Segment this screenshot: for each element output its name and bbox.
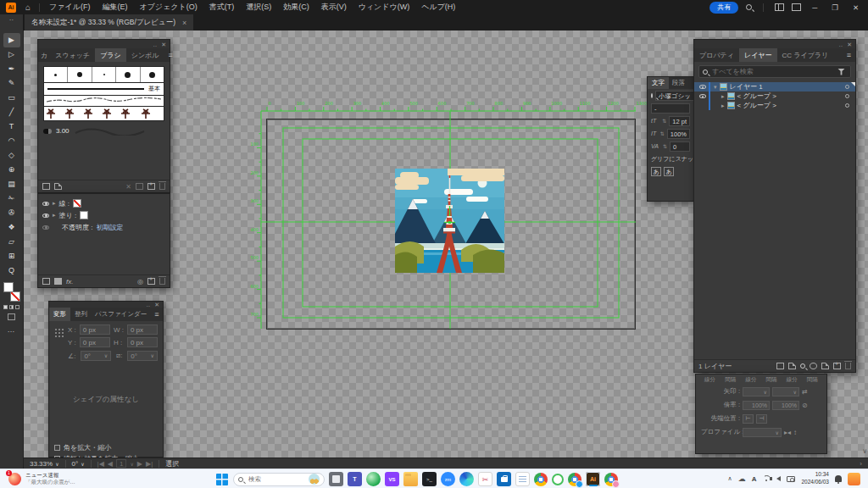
expand-caret-icon[interactable]: ▸ <box>53 200 56 207</box>
fill-stroke-swatches[interactable] <box>3 282 21 302</box>
layer-thumbnail[interactable] <box>720 83 727 91</box>
brush-libraries-icon[interactable] <box>42 183 50 190</box>
expand-caret-icon[interactable]: ▸ <box>53 212 56 219</box>
brush-swatch[interactable] <box>141 67 164 82</box>
tracking-field[interactable]: 0 <box>670 141 690 152</box>
library-menu-icon[interactable] <box>54 183 62 190</box>
type-tool[interactable]: T <box>3 119 20 134</box>
pen-tool[interactable]: ✒ <box>3 62 20 76</box>
font-style-row[interactable]: - <box>648 102 693 114</box>
tab-properties[interactable]: プロパティ <box>694 48 739 62</box>
scissors-tool[interactable]: ✁ <box>3 191 20 206</box>
vertical-scale-field[interactable]: 100% <box>667 129 690 139</box>
delete-item-icon[interactable] <box>159 278 165 285</box>
expand-caret-icon[interactable]: ▸ <box>721 103 725 109</box>
brush-swatch[interactable] <box>116 67 140 82</box>
arrow-end-select[interactable]: ∨ <box>772 387 799 396</box>
stroke-none-swatch[interactable] <box>73 199 81 208</box>
h-field[interactable]: 0 px <box>127 337 158 347</box>
layer-row[interactable]: ▸< グループ > <box>694 92 855 101</box>
layers-search-box[interactable] <box>698 65 851 78</box>
clock[interactable]: 10:34 2024/06/03 <box>801 471 829 486</box>
first-artboard-icon[interactable]: |◀ <box>97 460 104 468</box>
gradient-tool[interactable]: ▤ <box>3 177 20 191</box>
checkbox-icon[interactable] <box>54 445 60 451</box>
font-size-field[interactable]: 12 pt <box>669 116 690 126</box>
taskbar-icon-file-explorer[interactable] <box>403 472 418 486</box>
collapse-icon[interactable]: ‥ <box>153 42 157 47</box>
stroke-color-swatch[interactable] <box>10 291 20 302</box>
brush-swatch[interactable] <box>44 67 68 82</box>
curvature-tool[interactable]: ✎ <box>3 76 20 91</box>
drawing-mode-button[interactable] <box>8 313 15 320</box>
taskbar-icon-zoom-app[interactable]: zm <box>441 472 455 486</box>
collapse-icon[interactable]: ‥ <box>838 42 843 47</box>
color-button[interactable] <box>3 305 8 309</box>
brush-row-pattern[interactable] <box>43 107 164 121</box>
tab-align[interactable]: 整列 <box>70 308 92 321</box>
scrollbar-arrow-icon[interactable]: › <box>860 460 862 468</box>
brush-swatch[interactable] <box>92 67 116 82</box>
speaker-icon[interactable] <box>776 476 781 481</box>
taskbar-icon-illustrator[interactable]: Ai <box>586 472 600 486</box>
new-stroke-icon[interactable] <box>42 278 50 285</box>
appearance-stroke-row[interactable]: ▸ 線 : <box>38 197 170 209</box>
arrow-align-row[interactable]: 先端位置 : ⊢ ⊣ <box>696 412 826 425</box>
new-layer-icon[interactable] <box>833 363 841 369</box>
taskbar-icon-vscode[interactable]: VS <box>385 472 399 486</box>
collapse-icon[interactable]: ‥ <box>146 302 150 308</box>
symbol-sprayer-tool[interactable]: ❖ <box>3 220 20 235</box>
close-button[interactable]: ✕ <box>849 3 862 12</box>
taskbar-icon-notepad[interactable] <box>515 472 530 486</box>
vertical-scale-row[interactable]: IT ⇅ 100% <box>648 127 693 140</box>
gradient-button[interactable] <box>9 305 14 309</box>
profile-row[interactable]: プロファイル : ∨ ▸◂ ↕ <box>696 425 826 439</box>
layer-thumbnail[interactable] <box>727 92 735 100</box>
zoom-tool[interactable]: Q <box>3 263 20 278</box>
brush-row-basic[interactable]: 基本 <box>43 83 164 96</box>
taskbar-search-input[interactable] <box>247 474 305 484</box>
menu-help[interactable]: ヘルプ(H) <box>415 2 461 13</box>
taskbar-icon-progress-ring[interactable] <box>552 474 564 485</box>
tab-character[interactable]: 文字 <box>648 77 669 89</box>
duplicate-item-icon[interactable] <box>147 278 155 285</box>
link-scale-icon[interactable]: ⊘ <box>802 402 808 409</box>
tab-brushes[interactable]: ブラシ <box>95 48 126 62</box>
minimize-button[interactable]: ─ <box>809 3 821 12</box>
next-artboard-icon[interactable]: ▶ <box>137 460 142 468</box>
x-field[interactable]: 0 px <box>80 324 110 335</box>
taskbar-icon-terminal[interactable]: >_ <box>422 472 437 486</box>
rotate-select[interactable]: 0°∨ <box>81 351 111 361</box>
panel-menu-icon[interactable]: ≡ <box>150 310 163 319</box>
menu-edit[interactable]: 編集(E) <box>96 2 133 13</box>
rotation-select[interactable]: 0°∨ <box>72 460 85 468</box>
arrow-scale-row[interactable]: 倍率 : 100% 100% ⊘ <box>696 398 826 412</box>
menu-select[interactable]: 選択(S) <box>240 2 277 13</box>
edit-toolbar-button[interactable]: … <box>8 325 16 334</box>
maximize-button[interactable]: ❐ <box>828 3 842 12</box>
menu-view[interactable]: 表示(V) <box>315 2 353 13</box>
menu-effect[interactable]: 効果(C) <box>277 2 315 13</box>
panel-close-icon[interactable]: ✕ <box>154 302 159 308</box>
slice-tool[interactable]: ⊞ <box>3 249 20 263</box>
layer-row[interactable]: ▾レイヤー 1 <box>694 82 855 92</box>
remove-brush-stroke-icon[interactable]: ✕ <box>125 183 131 191</box>
taskbar-icon-teams[interactable]: T <box>348 472 362 486</box>
arrow-scale-1[interactable]: 100% <box>743 401 770 410</box>
glyph-snap-button[interactable]: あ <box>651 167 661 176</box>
arrange-documents-icon[interactable] <box>775 3 784 11</box>
arrow-scale-2[interactable]: 100% <box>772 401 799 410</box>
brush-row-calligraphic[interactable] <box>43 66 164 83</box>
tab-symbols[interactable]: シンボル <box>126 48 164 62</box>
locate-object-icon[interactable] <box>788 363 796 369</box>
scale-corners-checkbox-row[interactable]: 角を拡大・縮小 <box>49 442 163 453</box>
profile-select[interactable]: ∨ <box>743 428 782 437</box>
selection-tool[interactable]: ▶ <box>3 33 20 47</box>
color-panel-edge-tab[interactable]: カ <box>38 51 50 60</box>
collect-for-export-icon[interactable] <box>776 363 784 369</box>
opacity-value[interactable]: 初期設定 <box>96 223 123 232</box>
start-button[interactable] <box>214 472 229 486</box>
home-icon[interactable]: ⌂ <box>25 3 31 12</box>
menu-object[interactable]: オブジェクト(O) <box>133 2 203 13</box>
target-circle-icon[interactable] <box>845 85 849 89</box>
